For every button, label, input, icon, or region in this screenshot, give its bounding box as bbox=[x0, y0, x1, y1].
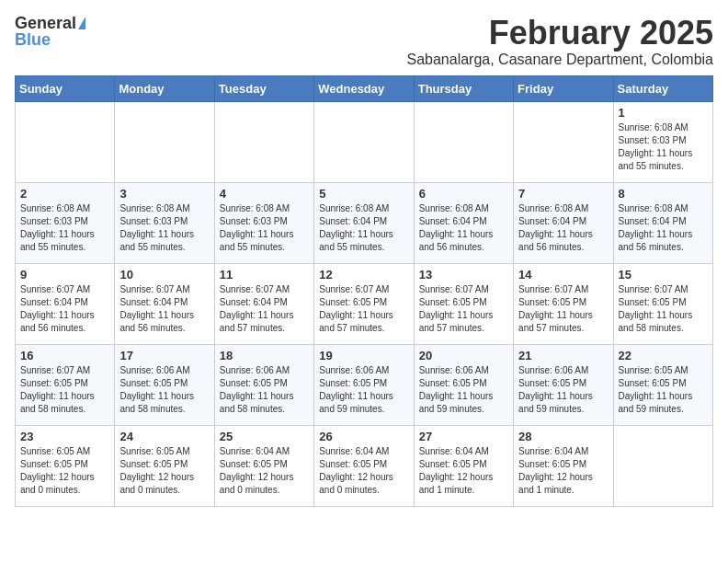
calendar-cell: 17Sunrise: 6:06 AM Sunset: 6:05 PM Dayli… bbox=[115, 344, 214, 425]
day-number: 15 bbox=[619, 268, 708, 282]
calendar-cell: 6Sunrise: 6:08 AM Sunset: 6:04 PM Daylig… bbox=[414, 182, 513, 263]
weekday-header-row: SundayMondayTuesdayWednesdayThursdayFrid… bbox=[16, 75, 713, 101]
calendar-cell bbox=[16, 101, 115, 182]
day-number: 7 bbox=[518, 187, 608, 201]
weekday-header-wednesday: Wednesday bbox=[314, 75, 414, 101]
calendar-cell: 24Sunrise: 6:05 AM Sunset: 6:05 PM Dayli… bbox=[115, 425, 214, 506]
day-number: 19 bbox=[319, 349, 408, 362]
calendar-cell: 16Sunrise: 6:07 AM Sunset: 6:05 PM Dayli… bbox=[16, 344, 115, 425]
calendar-cell: 12Sunrise: 6:07 AM Sunset: 6:05 PM Dayli… bbox=[314, 263, 414, 344]
day-info: Sunrise: 6:08 AM Sunset: 6:04 PM Dayligh… bbox=[419, 202, 508, 254]
calendar-cell: 19Sunrise: 6:06 AM Sunset: 6:05 PM Dayli… bbox=[314, 344, 414, 425]
weekday-header-thursday: Thursday bbox=[414, 75, 513, 101]
day-info: Sunrise: 6:08 AM Sunset: 6:03 PM Dayligh… bbox=[20, 202, 109, 254]
day-info: Sunrise: 6:08 AM Sunset: 6:04 PM Dayligh… bbox=[619, 202, 708, 254]
day-info: Sunrise: 6:05 AM Sunset: 6:05 PM Dayligh… bbox=[619, 364, 708, 416]
day-number: 2 bbox=[20, 187, 109, 201]
calendar-cell: 4Sunrise: 6:08 AM Sunset: 6:03 PM Daylig… bbox=[214, 182, 313, 263]
day-number: 10 bbox=[119, 268, 209, 282]
day-number: 16 bbox=[20, 349, 109, 362]
calendar-cell: 1Sunrise: 6:08 AM Sunset: 6:03 PM Daylig… bbox=[613, 101, 712, 182]
day-number: 14 bbox=[518, 268, 608, 282]
day-info: Sunrise: 6:07 AM Sunset: 6:05 PM Dayligh… bbox=[319, 283, 408, 335]
calendar-cell bbox=[314, 101, 414, 182]
title-section: February 2025 Sabanalarga, Casanare Depa… bbox=[406, 15, 713, 68]
calendar-cell bbox=[613, 425, 712, 506]
day-info: Sunrise: 6:05 AM Sunset: 6:05 PM Dayligh… bbox=[20, 445, 109, 497]
day-number: 28 bbox=[518, 430, 608, 443]
calendar-cell: 14Sunrise: 6:07 AM Sunset: 6:05 PM Dayli… bbox=[514, 263, 613, 344]
day-info: Sunrise: 6:04 AM Sunset: 6:05 PM Dayligh… bbox=[220, 445, 309, 497]
week-row-3: 9Sunrise: 6:07 AM Sunset: 6:04 PM Daylig… bbox=[16, 263, 713, 344]
day-number: 6 bbox=[419, 187, 508, 201]
calendar-cell: 8Sunrise: 6:08 AM Sunset: 6:04 PM Daylig… bbox=[613, 182, 712, 263]
day-info: Sunrise: 6:08 AM Sunset: 6:03 PM Dayligh… bbox=[119, 202, 209, 254]
week-row-2: 2Sunrise: 6:08 AM Sunset: 6:03 PM Daylig… bbox=[16, 182, 713, 263]
day-info: Sunrise: 6:04 AM Sunset: 6:05 PM Dayligh… bbox=[419, 445, 508, 497]
calendar-cell: 21Sunrise: 6:06 AM Sunset: 6:05 PM Dayli… bbox=[514, 344, 613, 425]
calendar-cell: 18Sunrise: 6:06 AM Sunset: 6:05 PM Dayli… bbox=[214, 344, 313, 425]
calendar-cell bbox=[214, 101, 313, 182]
day-info: Sunrise: 6:08 AM Sunset: 6:04 PM Dayligh… bbox=[319, 202, 408, 254]
calendar-cell: 23Sunrise: 6:05 AM Sunset: 6:05 PM Dayli… bbox=[16, 425, 115, 506]
day-info: Sunrise: 6:04 AM Sunset: 6:05 PM Dayligh… bbox=[518, 445, 608, 497]
weekday-header-friday: Friday bbox=[514, 75, 613, 101]
day-number: 13 bbox=[419, 268, 508, 282]
logo-general-text: General bbox=[15, 15, 76, 31]
day-info: Sunrise: 6:06 AM Sunset: 6:05 PM Dayligh… bbox=[518, 364, 608, 416]
day-number: 25 bbox=[220, 430, 309, 443]
day-info: Sunrise: 6:07 AM Sunset: 6:04 PM Dayligh… bbox=[119, 283, 209, 335]
logo: General Blue bbox=[15, 15, 85, 48]
day-info: Sunrise: 6:07 AM Sunset: 6:05 PM Dayligh… bbox=[419, 283, 508, 335]
calendar-cell: 13Sunrise: 6:07 AM Sunset: 6:05 PM Dayli… bbox=[414, 263, 513, 344]
day-number: 4 bbox=[220, 187, 309, 201]
calendar-cell: 5Sunrise: 6:08 AM Sunset: 6:04 PM Daylig… bbox=[314, 182, 414, 263]
calendar-table: SundayMondayTuesdayWednesdayThursdayFrid… bbox=[15, 75, 713, 507]
calendar-cell: 22Sunrise: 6:05 AM Sunset: 6:05 PM Dayli… bbox=[613, 344, 712, 425]
day-info: Sunrise: 6:06 AM Sunset: 6:05 PM Dayligh… bbox=[319, 364, 408, 416]
page-header: General Blue February 2025 Sabanalarga, … bbox=[15, 15, 713, 68]
month-year-title: February 2025 bbox=[406, 15, 713, 52]
day-number: 12 bbox=[319, 268, 408, 282]
day-info: Sunrise: 6:08 AM Sunset: 6:03 PM Dayligh… bbox=[220, 202, 309, 254]
calendar-cell: 10Sunrise: 6:07 AM Sunset: 6:04 PM Dayli… bbox=[115, 263, 214, 344]
calendar-cell: 7Sunrise: 6:08 AM Sunset: 6:04 PM Daylig… bbox=[514, 182, 613, 263]
day-number: 24 bbox=[119, 430, 209, 443]
day-info: Sunrise: 6:07 AM Sunset: 6:04 PM Dayligh… bbox=[20, 283, 109, 335]
logo-triangle-icon bbox=[78, 17, 85, 29]
calendar-cell: 11Sunrise: 6:07 AM Sunset: 6:04 PM Dayli… bbox=[214, 263, 313, 344]
day-number: 23 bbox=[20, 430, 109, 443]
day-info: Sunrise: 6:06 AM Sunset: 6:05 PM Dayligh… bbox=[220, 364, 309, 416]
calendar-cell bbox=[414, 101, 513, 182]
calendar-cell: 2Sunrise: 6:08 AM Sunset: 6:03 PM Daylig… bbox=[16, 182, 115, 263]
day-number: 27 bbox=[419, 430, 508, 443]
day-number: 5 bbox=[319, 187, 408, 201]
calendar-cell: 25Sunrise: 6:04 AM Sunset: 6:05 PM Dayli… bbox=[214, 425, 313, 506]
day-number: 20 bbox=[419, 349, 508, 362]
calendar-cell: 3Sunrise: 6:08 AM Sunset: 6:03 PM Daylig… bbox=[115, 182, 214, 263]
calendar-cell bbox=[514, 101, 613, 182]
location-text: Sabanalarga, Casanare Department, Colomb… bbox=[406, 52, 713, 68]
day-info: Sunrise: 6:08 AM Sunset: 6:03 PM Dayligh… bbox=[619, 121, 708, 173]
day-number: 26 bbox=[319, 430, 408, 443]
day-info: Sunrise: 6:06 AM Sunset: 6:05 PM Dayligh… bbox=[119, 364, 209, 416]
day-number: 11 bbox=[220, 268, 309, 282]
day-number: 3 bbox=[119, 187, 209, 201]
day-info: Sunrise: 6:07 AM Sunset: 6:05 PM Dayligh… bbox=[518, 283, 608, 335]
day-number: 18 bbox=[220, 349, 309, 362]
day-number: 21 bbox=[518, 349, 608, 362]
calendar-cell: 26Sunrise: 6:04 AM Sunset: 6:05 PM Dayli… bbox=[314, 425, 414, 506]
logo-blue-text: Blue bbox=[15, 31, 51, 48]
calendar-cell: 27Sunrise: 6:04 AM Sunset: 6:05 PM Dayli… bbox=[414, 425, 513, 506]
day-info: Sunrise: 6:07 AM Sunset: 6:04 PM Dayligh… bbox=[220, 283, 309, 335]
weekday-header-saturday: Saturday bbox=[613, 75, 712, 101]
day-info: Sunrise: 6:07 AM Sunset: 6:05 PM Dayligh… bbox=[619, 283, 708, 335]
calendar-cell: 20Sunrise: 6:06 AM Sunset: 6:05 PM Dayli… bbox=[414, 344, 513, 425]
weekday-header-sunday: Sunday bbox=[16, 75, 115, 101]
calendar-cell bbox=[115, 101, 214, 182]
calendar-cell: 28Sunrise: 6:04 AM Sunset: 6:05 PM Dayli… bbox=[514, 425, 613, 506]
day-number: 8 bbox=[619, 187, 708, 201]
day-number: 17 bbox=[119, 349, 209, 362]
day-info: Sunrise: 6:04 AM Sunset: 6:05 PM Dayligh… bbox=[319, 445, 408, 497]
day-info: Sunrise: 6:07 AM Sunset: 6:05 PM Dayligh… bbox=[20, 364, 109, 416]
